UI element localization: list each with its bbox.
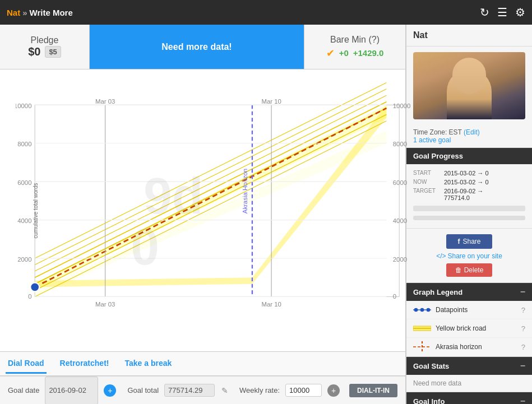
svg-text:10000: 10000 [393,103,411,109]
edit-pencil-icon[interactable]: ✎ [221,386,228,395]
goal-date-add-btn[interactable]: + [104,384,116,397]
goal-settings-bar: Goal date + Goal total ✎ Weekly rate: + … [0,376,405,404]
start-value: 2015-03-02 → 0 [444,170,489,177]
right-panel-header: Nat [406,25,532,47]
header-goal-title: Write More [30,8,73,17]
svg-text:4000: 4000 [17,217,31,224]
delete-button[interactable]: 🗑 Delete [446,263,493,277]
header-username[interactable]: Nat [7,8,20,17]
tabs-bar: Dial Road Retroratchet! Take a break [0,351,405,376]
legend-horizon-help[interactable]: ? [521,343,525,351]
share-on-site-link[interactable]: </> Share on your site [436,252,502,260]
goal-stats-title: Goal Stats [413,362,449,370]
facebook-share-button[interactable]: f Share [446,234,492,249]
legend-road: Yellow brick road ? [406,319,532,338]
goal-stats-toggle[interactable]: − [520,361,525,371]
svg-text:Mar 03: Mar 03 [95,301,115,308]
pledge-section: Pledge $0 $5 [0,25,90,69]
secondary-bar-1 [413,216,525,220]
svg-text:Akrasia Horizon: Akrasia Horizon [242,169,248,213]
horizon-icon [413,341,431,352]
svg-text:9d: 9d [144,167,203,224]
pledge-badge-button[interactable]: $5 [45,46,61,58]
refresh-icon[interactable]: ↻ [480,6,489,19]
progress-target-row: TARGET 2016-09-02 → 775714.0 [413,188,525,201]
legend-road-help[interactable]: ? [521,324,525,333]
goal-progress-title: Goal Progress [413,152,463,160]
facebook-icon: f [457,238,460,245]
list-icon[interactable]: ☰ [497,6,507,19]
timezone-label: Time Zone: EST [413,128,462,136]
weekly-rate-input[interactable] [285,384,322,397]
svg-text:2000: 2000 [393,256,407,263]
progress-bar-container [413,206,525,211]
legend-datapoints: Datapoints ? [406,301,532,319]
timezone-edit-link[interactable]: (Edit) [464,128,480,136]
dial-it-in-button[interactable]: DIAL-IT-IN [349,384,397,397]
graph-legend-section: Datapoints ? Yellow brick road ? Akrasia… [406,301,532,357]
app-header: Nat » Write More ↻ ☰ ⚙ [0,0,532,25]
progress-start-row: START 2015-03-02 → 0 [413,170,525,177]
pledge-label: Pledge [31,35,59,45]
goal-progress-header[interactable]: Goal Progress [406,148,532,164]
svg-text:Mar 03: Mar 03 [95,98,115,105]
tab-retroratchet[interactable]: Retroratchet! [58,354,112,374]
pledge-bar: Pledge $0 $5 Need more data! Bare Min (?… [0,25,405,69]
header-separator: » [22,8,27,17]
legend-road-label: Yellow brick road [436,324,517,332]
chart-area: cumulative total words [0,69,405,351]
svg-point-40 [30,282,39,291]
graph-legend-toggle[interactable]: − [520,287,525,297]
pledge-amount: $0 $5 [28,45,61,58]
svg-text:10000: 10000 [16,103,32,109]
start-label: START [413,170,444,177]
gear-icon[interactable]: ⚙ [515,6,525,19]
goal-progress-section: START 2015-03-02 → 0 NOW 2015-03-02 → 0 … [406,164,532,229]
avatar-section [406,47,532,125]
goal-info-toggle[interactable]: − [520,396,525,404]
weekly-rate-label: Weekly rate: [239,386,280,394]
svg-text:0: 0 [131,218,159,275]
timezone-section: Time Zone: EST (Edit) 1 active goal [406,125,532,148]
tab-dial-road[interactable]: Dial Road [6,354,47,374]
bare-min-check: ✔ [326,47,335,59]
graph-legend-header[interactable]: Graph Legend − [406,283,532,301]
chart-svg: Akrasia Horizon 10000 8000 6000 4000 200… [16,74,412,347]
svg-text:2000: 2000 [17,256,31,263]
bare-min-section: Bare Min (?) ✔ +0 +1429.0 [304,25,405,69]
goal-total-label: Goal total [127,386,159,394]
goal-total-input[interactable] [164,384,215,397]
legend-datapoints-help[interactable]: ? [521,306,525,314]
goal-stats-header[interactable]: Goal Stats − [406,357,532,375]
svg-text:0: 0 [28,293,31,300]
goal-date-input[interactable] [45,377,98,405]
progress-bar [413,206,525,211]
svg-text:8000: 8000 [17,141,31,147]
header-title: Nat » Write More [7,8,73,17]
svg-text:Mar 10: Mar 10 [261,301,281,308]
trash-icon: 🗑 [455,266,462,274]
active-goals-link[interactable]: 1 active goal [413,136,525,144]
goal-info-header[interactable]: Goal Info − [406,392,532,404]
svg-text:6000: 6000 [17,179,31,186]
graph-legend-title: Graph Legend [413,288,462,296]
legend-datapoints-label: Datapoints [436,306,517,314]
goal-info-title: Goal Info [413,397,445,405]
pledge-value: $0 [28,45,40,58]
svg-text:8000: 8000 [393,141,407,147]
y-axis-label: cumulative total words [33,183,39,238]
right-username: Nat [413,30,525,40]
target-label: TARGET [413,188,444,201]
need-data-section: Need more data! [90,25,304,69]
tab-take-break[interactable]: Take a break [122,354,174,374]
main-layout: Pledge $0 $5 Need more data! Bare Min (?… [0,25,532,404]
goal-stats-section: Need more data [406,375,532,392]
road-icon [413,323,431,334]
now-value: 2015-03-02 → 0 [444,179,489,185]
right-panel: Nat Time Zone: EST (Edit) 1 active goal … [406,25,532,404]
header-actions: ↻ ☰ ⚙ [480,6,525,19]
bare-min-label: Bare Min (?) [330,35,380,45]
weekly-rate-add-btn[interactable]: + [327,384,340,397]
svg-text:4000: 4000 [393,217,407,224]
goal-stats-text: Need more data [413,379,461,387]
